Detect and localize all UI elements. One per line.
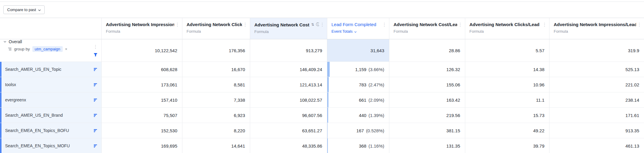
column-title-link[interactable]: Lead Form Completed	[331, 22, 376, 27]
lead-form-cell: 661(2.09%)	[327, 92, 389, 107]
overall-row-label-cell[interactable]: Overall group by utm_campaign × ⋮	[0, 39, 101, 62]
kebab-icon[interactable]: ⋮	[93, 44, 98, 50]
kebab-icon[interactable]: ⋮	[243, 22, 247, 27]
table-row: Search_EMEA_EN_Topics_BOFU 152,530 8,220…	[0, 123, 644, 138]
metric-cell: 219.56	[389, 108, 465, 123]
metric-cell: 96,607.56	[250, 108, 327, 123]
metric-percent: (2.09%)	[368, 98, 384, 103]
metric-cell: 28.86	[389, 39, 465, 62]
table-header-row: Advertising Network Impressions Formula …	[0, 18, 644, 39]
metric-cell: 5.57	[465, 39, 549, 62]
bar-chart-icon[interactable]	[93, 113, 98, 118]
kebab-icon[interactable]: ⋮	[637, 22, 642, 27]
group-by-icon	[8, 47, 12, 51]
corner-header-cell	[0, 18, 101, 39]
lead-form-bar	[327, 123, 328, 138]
metric-cell: 15.73	[465, 108, 549, 123]
filter-icon[interactable]	[93, 52, 98, 57]
lead-form-cell: 31,643	[327, 39, 389, 62]
overall-label: Overall	[9, 39, 22, 44]
metric-value: 440	[359, 113, 366, 118]
column-header-clicks-per-lead[interactable]: Advertising Network Clicks/Lead Formula …	[465, 18, 549, 39]
kebab-icon[interactable]: ⋮	[320, 22, 325, 27]
event-totals-dropdown[interactable]: Event Totals	[331, 29, 357, 34]
bar-chart-icon[interactable]	[93, 144, 98, 148]
bar-chart-icon[interactable]	[93, 82, 98, 87]
metric-cell: 152,530	[101, 123, 182, 138]
bar-chart-icon[interactable]	[93, 128, 98, 133]
chevron-down-icon	[38, 8, 41, 12]
table-row: Search_EMEA_EN_Topics_MOFU 169,695 14,64…	[0, 138, 644, 153]
lead-form-cell: 783(2.47%)	[327, 77, 389, 92]
metric-cell: 8,220	[182, 123, 250, 138]
metric-cell: 8,581	[182, 77, 250, 92]
metric-cell: 608,628	[101, 62, 182, 77]
row-label: Search_EMEA_EN_Topics_MOFU	[5, 143, 70, 148]
metric-cell: 48,335.86	[250, 138, 327, 153]
metric-cell: 131.35	[389, 138, 465, 153]
row-label-cell[interactable]: Search_EMEA_EN_Topics_MOFU	[0, 138, 101, 153]
row-label-cell[interactable]: evergreenx	[0, 92, 101, 107]
column-title: Advertising Network Impressions/Lead	[554, 22, 636, 27]
metric-value: 783	[359, 82, 366, 87]
column-title: Advertising Network Clicks/Lead	[469, 22, 539, 27]
row-label-cell[interactable]: Search_EMEA_EN_Topics_BOFU	[0, 123, 101, 138]
collapse-chevron-icon[interactable]	[4, 41, 6, 43]
metric-cell: 7,338	[182, 92, 250, 107]
row-accent-stripe	[0, 62, 1, 77]
metric-cell: 16,670	[182, 62, 250, 77]
column-header-impressions-per-lead[interactable]: Advertising Network Impressions/Lead For…	[549, 18, 644, 39]
row-accent-stripe	[0, 108, 1, 123]
column-subtitle: Formula	[106, 29, 120, 34]
table-row-overall: Overall group by utm_campaign × ⋮ 10,122…	[0, 39, 644, 62]
compare-to-past-button[interactable]: Compare to past	[3, 5, 45, 14]
column-header-lead-form-completed[interactable]: Lead Form Completed Event Totals ⋮	[327, 18, 389, 39]
metric-cell: 121,413.14	[250, 77, 327, 92]
metric-value: 661	[359, 98, 366, 103]
kebab-icon[interactable]: ⋮	[175, 22, 180, 27]
lead-form-bar	[327, 77, 329, 92]
column-header-clicks[interactable]: Advertising Network Clicks Formula ⋮	[182, 18, 250, 39]
metric-cell: 39.79	[465, 138, 549, 153]
column-title: Advertising Network Cost/Lead	[394, 22, 457, 27]
table-row: evergreenx 157,410 7,338 108,022.57 661(…	[0, 92, 644, 108]
row-label: evergreenx	[5, 98, 26, 102]
metric-cell: 155.06	[389, 77, 465, 92]
lead-form-bar	[327, 138, 328, 153]
toolbar: Compare to past	[0, 0, 644, 14]
kebab-icon[interactable]: ⋮	[458, 22, 463, 27]
lead-form-bar	[327, 62, 330, 77]
kebab-icon[interactable]: ⋮	[542, 22, 547, 27]
metric-cell: 10,122,542	[101, 39, 182, 62]
column-header-impressions[interactable]: Advertising Network Impressions Formula …	[101, 18, 182, 39]
kebab-icon[interactable]: ⋮	[382, 22, 387, 27]
bar-chart-icon[interactable]	[93, 98, 98, 102]
row-label-cell[interactable]: toolsx	[0, 77, 101, 92]
row-label-cell[interactable]: Search_AMER_US_EN_Topic	[0, 62, 101, 77]
lead-form-cell: 368(1.16%)	[327, 138, 389, 153]
column-header-cost-per-lead[interactable]: Advertising Network Cost/Lead Formula ⋮	[389, 18, 465, 39]
chevron-down-icon	[354, 29, 357, 34]
metrics-table: Advertising Network Impressions Formula …	[0, 18, 644, 153]
metric-cell: 75,507	[101, 108, 182, 123]
lead-form-cell: 167(0.528%)	[327, 123, 389, 138]
column-header-cost[interactable]: Advertising Network Cost ⇅ ⓘ Formula ⋮	[250, 18, 327, 39]
row-label-cell[interactable]: Search_AMER_US_EN_Brand	[0, 108, 101, 123]
metric-cell: 146,409.24	[250, 62, 327, 77]
sort-icon[interactable]: ⇅	[311, 22, 314, 27]
metric-cell: 14.38	[465, 62, 549, 77]
metric-cell: 6,923	[182, 108, 250, 123]
info-icon[interactable]: ⓘ	[316, 22, 319, 27]
panel-top-border	[0, 2, 644, 2]
metric-value: 167	[356, 128, 364, 133]
row-label: Search_AMER_US_EN_Topic	[5, 67, 61, 72]
metric-cell: 126.32	[389, 62, 465, 77]
metric-cell: 108,022.57	[250, 92, 327, 107]
bar-chart-icon[interactable]	[93, 67, 98, 72]
row-accent-stripe	[0, 92, 1, 107]
remove-group-icon[interactable]: ×	[65, 47, 67, 51]
metric-cell: 171.61	[549, 108, 644, 123]
metric-value: 1,159	[355, 67, 367, 72]
group-by-chip[interactable]: utm_campaign	[32, 46, 63, 52]
column-title: Advertising Network Cost	[254, 22, 309, 27]
